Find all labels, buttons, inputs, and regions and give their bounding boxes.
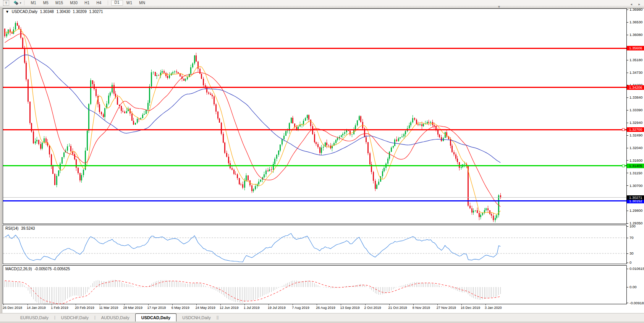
timeframe-button-m1[interactable]: M1: [28, 0, 40, 5]
candle-body: [326, 143, 327, 145]
low-value: 1.30209: [73, 10, 87, 14]
tab-scroll-right-icon[interactable]: ▸: [638, 2, 640, 6]
price-axis-label: 1.36080: [629, 32, 642, 37]
candle-body: [70, 146, 71, 151]
candle-body: [265, 170, 267, 174]
candle-body: [13, 29, 14, 34]
candle-body: [199, 69, 201, 74]
tab-eurusd-daily[interactable]: EURUSD,Daily: [15, 314, 54, 321]
macd-indicator-panel[interactable]: [3, 265, 627, 304]
date-axis-tick: [341, 304, 341, 305]
timeframe-button-h1[interactable]: H1: [81, 0, 93, 5]
candle-body: [190, 67, 191, 74]
tab-audusd-daily[interactable]: AUDUSD,Daily: [95, 314, 135, 321]
candle-body: [401, 136, 403, 137]
candle-body: [421, 124, 422, 126]
timeframe-button-w1[interactable]: W1: [123, 0, 136, 5]
symbol-label: USDCAD,Daily: [12, 10, 37, 14]
candle-body: [36, 140, 37, 141]
candle-body: [457, 159, 458, 162]
candle-body: [31, 123, 32, 131]
price-level-badge: 1.35606: [627, 46, 644, 50]
candle-body: [18, 26, 19, 29]
candle-body: [416, 120, 417, 124]
text-tool-label: T: [5, 1, 7, 5]
candle-body: [398, 138, 399, 141]
date-axis-label: 16 Dec 2019: [461, 306, 480, 310]
collapse-caret-icon[interactable]: ▼: [5, 10, 9, 14]
candle-body: [88, 104, 89, 131]
candle-body: [28, 80, 29, 102]
price-axis-tick: [627, 211, 628, 211]
candle-body: [203, 79, 204, 85]
candle-body: [461, 167, 462, 168]
candle-body: [83, 170, 84, 175]
date-axis-tick: [28, 304, 28, 305]
candle-body: [113, 85, 115, 94]
date-axis-tick: [124, 304, 125, 305]
window-left-border: [0, 8, 2, 323]
timeframe-button-m5[interactable]: M5: [40, 0, 52, 5]
candle-body: [110, 93, 111, 96]
candle-body: [383, 168, 385, 171]
timeframe-button-m15[interactable]: M15: [52, 0, 66, 5]
candle-body: [38, 140, 39, 144]
candle-body: [15, 23, 16, 29]
candle-body: [226, 153, 227, 157]
candle-body: [493, 216, 494, 220]
price-axis-tick: [627, 123, 628, 123]
tab-scroll-left-icon[interactable]: ◂: [630, 2, 632, 6]
candle-body: [314, 134, 315, 142]
candle-body: [22, 38, 23, 48]
tab-usdcad-daily[interactable]: USDCAD,Daily: [135, 313, 176, 321]
timeframe-button-m30[interactable]: M30: [66, 0, 81, 5]
candle-body: [176, 71, 177, 72]
candle-body: [237, 174, 238, 178]
candle-body: [357, 120, 358, 125]
candle-body: [103, 114, 104, 117]
tab-usdchf-daily[interactable]: USDCHF,Daily: [55, 314, 94, 321]
candle-body: [380, 176, 381, 182]
candle-body: [335, 140, 337, 143]
rsi-indicator-panel[interactable]: [3, 225, 627, 264]
rsi-axis-label: 30: [629, 251, 634, 255]
candle-body: [283, 136, 285, 139]
candle-body: [224, 143, 225, 153]
candle-body: [52, 166, 53, 174]
candle-body: [428, 122, 429, 123]
candle-body: [292, 118, 293, 123]
price-level-badge: 1.32700: [627, 127, 644, 132]
candle-body: [246, 175, 247, 181]
candle-body: [101, 112, 102, 114]
timeframe-button-mn[interactable]: MN: [136, 0, 149, 5]
level-line-handle[interactable]: [622, 128, 625, 131]
price-axis-label: 1.32040: [629, 146, 642, 150]
rsi-border: [3, 225, 627, 264]
candlestick-chart[interactable]: [3, 8, 627, 224]
price-axis-label: 1.32490: [629, 133, 642, 137]
candle-body: [94, 84, 95, 89]
text-tool-button[interactable]: T: [3, 0, 9, 6]
candle-body: [165, 73, 167, 76]
candle-body: [282, 139, 283, 144]
level-line-handle[interactable]: [622, 165, 625, 167]
date-axis-label: 1 Feb 2019: [51, 306, 68, 310]
candle-body: [414, 118, 415, 120]
candle-body: [153, 72, 154, 72]
chevron-down-icon[interactable]: ▾: [20, 2, 21, 5]
date-axis-tick: [389, 304, 390, 305]
candle-body: [79, 173, 81, 180]
candle-body: [61, 157, 63, 163]
macd-axis-label: -0.009181: [629, 301, 644, 305]
arrows-tool-button[interactable]: ▾: [14, 1, 21, 5]
candle-body: [366, 137, 367, 142]
tab-usdcnh-daily[interactable]: USDCNH,Daily: [176, 314, 217, 321]
candle-body: [45, 138, 47, 142]
price-axis-tick: [627, 110, 628, 110]
arrows-tool-icon2: [15, 2, 18, 5]
timeframe-button-d1[interactable]: D1: [111, 0, 123, 6]
candle-body: [155, 72, 156, 76]
candle-body: [307, 115, 308, 118]
candle-body: [451, 146, 453, 152]
timeframe-button-h4[interactable]: H4: [93, 0, 105, 5]
